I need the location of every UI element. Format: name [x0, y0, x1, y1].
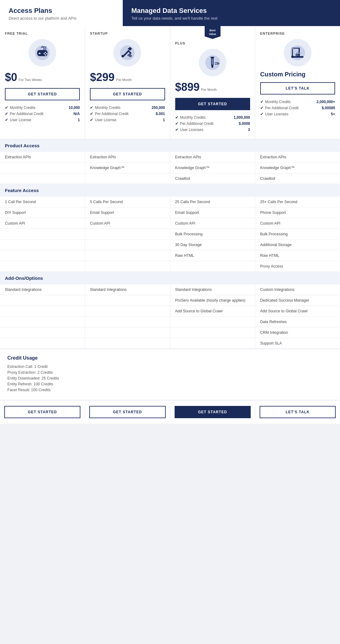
feature-cell-empty	[0, 327, 85, 338]
product-access-row-2: Knowledge Graph™ Knowledge Graph™ Knowle…	[0, 163, 340, 173]
plan-free-trial-icon	[29, 39, 56, 67]
svg-point-3	[44, 53, 45, 54]
plan-enterprise-icon	[284, 39, 311, 67]
plan-startup: STARTUP $299 Per Month GET STARTED ✔Mont	[85, 26, 170, 139]
feature-access-label: Feature Access	[5, 188, 335, 193]
plan-free-trial: FREE TRIAL	[0, 26, 85, 139]
feature-cell: Crawlbot	[170, 173, 255, 184]
feature-cell-empty	[85, 338, 170, 349]
bottom-startup-button[interactable]: GET STARTED	[89, 406, 165, 418]
feature-cell: Extraction APIs	[0, 152, 85, 162]
feature-cell-empty	[0, 250, 85, 261]
plan-startup-label: STARTUP	[90, 32, 165, 35]
enterprise-user-licenses: ✔User Licenses 5+	[260, 112, 335, 116]
feature-cell: Additional Storage	[255, 240, 340, 250]
startup-user-license: ✔User License 1	[90, 118, 165, 122]
feature-cell-empty	[170, 261, 255, 272]
plan-plus-icon	[199, 49, 226, 76]
free-trial-per-credit: ✔Per Additional Credit N/A	[5, 111, 80, 116]
check-icon: ✔	[175, 115, 179, 120]
svg-rect-16	[211, 65, 213, 68]
feature-cell: Extraction APIs	[170, 152, 255, 162]
check-icon: ✔	[260, 99, 264, 104]
plus-per-credit: ✔Per Additional Credit $.0009	[175, 121, 250, 126]
bottom-enterprise-button[interactable]: LET'S TALK	[260, 406, 336, 418]
bottom-cta-free-trial: GET STARTED	[0, 406, 85, 418]
feature-cell: 30 Day Storage	[170, 240, 255, 250]
credit-item-4: Entity Refresh: 100 Credits	[7, 382, 333, 386]
check-icon: ✔	[260, 106, 264, 110]
svg-rect-10	[44, 50, 45, 51]
credit-item-3: Entity Downloaded: 25 Credits	[7, 376, 333, 380]
check-icon: ✔	[5, 111, 8, 116]
plus-monthly-credits: ✔Monthly Credits 1,000,000	[175, 115, 250, 120]
feature-access-row-1: 1 Call Per Second 5 Calls Per Second 25 …	[0, 197, 340, 207]
product-access-row-3: Crawlbot Crawlbot	[0, 173, 340, 184]
free-trial-cta-button[interactable]: GET STARTED	[5, 88, 80, 100]
feature-cell-empty	[0, 295, 85, 306]
access-plans-title: Access Plans	[9, 7, 114, 15]
feature-cell-empty	[0, 163, 85, 173]
feature-cell: Custom API	[0, 218, 85, 229]
feature-cell: DIY Support	[0, 207, 85, 218]
feature-cell-empty	[85, 295, 170, 306]
plus-cta-button[interactable]: GET STARTED	[175, 98, 250, 110]
feature-cell-empty	[170, 327, 255, 338]
feature-access-row-3: Custom API Custom API Custom API Custom …	[0, 218, 340, 229]
enterprise-per-credit: ✔Per Additional Credit $.00085	[260, 106, 335, 110]
svg-rect-27	[291, 56, 294, 58]
feature-cell-empty	[85, 261, 170, 272]
svg-rect-15	[212, 59, 213, 65]
bottom-plus-button[interactable]: GET STARTED	[175, 406, 251, 418]
feature-access-row-5: 30 Day Storage Additional Storage	[0, 240, 340, 250]
feature-cell-empty	[85, 229, 170, 239]
svg-point-2	[45, 52, 46, 53]
plan-enterprise-label: ENTERPRISE	[260, 32, 335, 35]
addons-section: Add-Ons/Options Standard Integrations St…	[0, 272, 340, 349]
feature-cell: Extraction APIs	[255, 152, 340, 162]
check-icon: ✔	[175, 121, 179, 126]
plan-plus: BestValue PLUS	[170, 26, 255, 139]
bottom-cta-enterprise: LET'S TALK	[255, 406, 340, 418]
feature-cell: 1 Call Per Second	[0, 197, 85, 207]
feature-cell: Custom API	[255, 218, 340, 229]
credit-item-1: Extraction Call: 1 Credit	[7, 364, 333, 369]
feature-cell: Proxy Access	[255, 261, 340, 272]
feature-cell: ProServ Available (hourly charge applies…	[170, 295, 255, 306]
best-value-badge: BestValue	[205, 26, 221, 39]
free-trial-user-license: ✔User License 1	[5, 118, 80, 122]
feature-cell: Email Support	[85, 207, 170, 218]
plan-startup-price: $299 Per Month	[90, 71, 165, 84]
plan-startup-icon	[114, 39, 141, 67]
feature-cell: Knowledge Graph™	[255, 163, 340, 173]
plus-user-licenses: ✔User Licenses 3	[175, 127, 250, 132]
managed-services-subtitle: Tell us your data needs, and we'll handl…	[131, 16, 331, 21]
feature-cell: Custom API	[85, 218, 170, 229]
feature-access-row-6: Raw HTML Raw HTML	[0, 250, 340, 261]
svg-point-5	[45, 54, 46, 56]
plan-free-trial-label: FREE TRIAL	[5, 32, 80, 35]
enterprise-cta-button[interactable]: LET'S TALK	[260, 82, 335, 94]
feature-cell-empty	[170, 317, 255, 327]
feature-cell-empty	[85, 327, 170, 338]
plans-row: FREE TRIAL	[0, 26, 340, 139]
addons-header: Add-Ons/Options	[0, 272, 340, 284]
bottom-free-trial-button[interactable]: GET STARTED	[4, 406, 80, 418]
product-access-header: Product Access	[0, 139, 340, 152]
feature-cell: Knowledge Graph™	[170, 163, 255, 173]
feature-access-header: Feature Access	[0, 184, 340, 197]
feature-cell: Data Refreshes	[255, 317, 340, 327]
feature-cell-empty	[0, 240, 85, 250]
feature-cell-empty	[85, 317, 170, 327]
product-access-section: Product Access Extraction APIs Extractio…	[0, 139, 340, 184]
feature-cell: Extraction APIs	[85, 152, 170, 162]
feature-cell: Standard Integrations	[170, 284, 255, 295]
check-icon: ✔	[5, 118, 8, 122]
feature-cell-empty	[85, 173, 170, 184]
check-icon: ✔	[260, 112, 264, 116]
header-access-plans: Access Plans Direct access to our platfo…	[0, 0, 123, 26]
credit-item-2: Proxy Extraction: 2 Credits	[7, 370, 333, 375]
page-wrapper: Access Plans Direct access to our platfo…	[0, 0, 340, 424]
startup-cta-button[interactable]: GET STARTED	[90, 88, 165, 100]
svg-rect-28	[296, 54, 300, 56]
